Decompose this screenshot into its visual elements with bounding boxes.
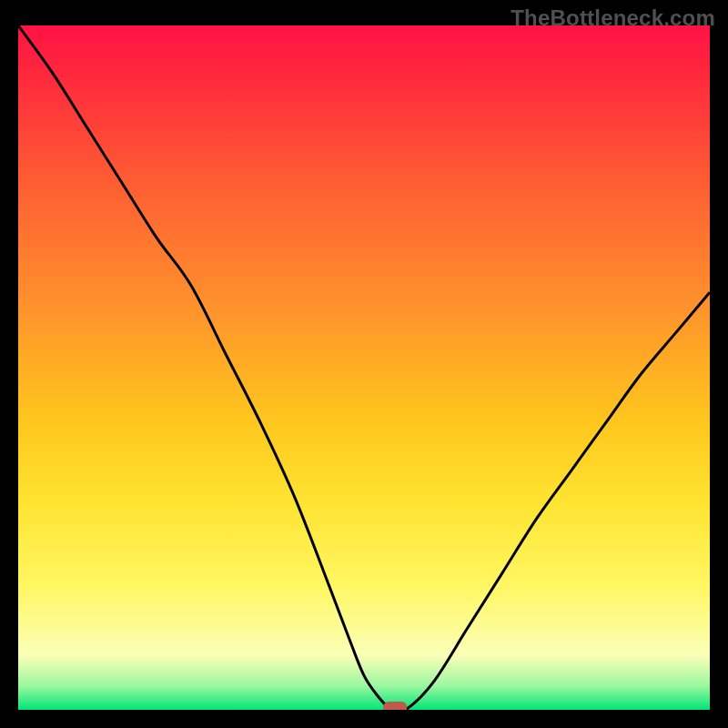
minimum-marker [383, 702, 407, 710]
watermark-text: TheBottleneck.com [511, 5, 715, 31]
bottleneck-curve [18, 25, 710, 710]
plot-area [18, 25, 710, 710]
curve-layer [18, 25, 710, 710]
chart-frame: TheBottleneck.com [0, 0, 728, 728]
